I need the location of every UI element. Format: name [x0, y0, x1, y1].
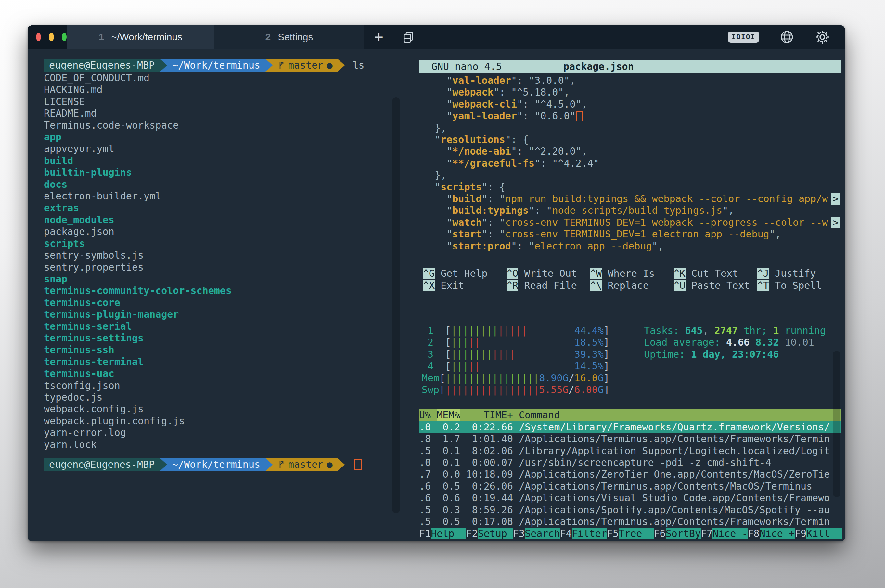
powerline-arrow [160, 59, 167, 72]
ls-entry: terminus-uac [44, 368, 402, 380]
ls-entry: extras [44, 202, 402, 214]
htop-summary-line: Uptime: 1 day, 23:07:46 [644, 349, 826, 360]
ls-entry: HACKING.md [44, 84, 402, 96]
tab-settings[interactable]: 2 Settings [214, 26, 364, 49]
shell-prompt: eugene@Eugenes-MBP~/Work/terminusmaster●… [44, 58, 402, 72]
nano-line: "*/node-abi": "^2.20.0", [423, 146, 841, 157]
gear-icon[interactable] [814, 29, 830, 45]
ls-entry: typedoc.js [44, 392, 402, 403]
htop-function-key-bar: F1Help F2Setup F3SearchF4FilterF5Tree F6… [419, 528, 841, 540]
nano-line: "**/graceful-fs": "^4.2.4" [423, 158, 841, 169]
nano-pane[interactable]: GNU nano 4.5 package.json "val-loader": … [419, 60, 841, 291]
nano-line: "watch": "cross-env TERMINUS_DEV=1 webpa… [423, 217, 841, 228]
ls-entry: yarn-error.log [44, 427, 402, 439]
nano-line: "resolutions": { [423, 134, 841, 146]
tab-label: Settings [278, 32, 313, 42]
ls-entry: terminus-settings [44, 332, 402, 344]
git-branch-icon [278, 60, 285, 70]
nano-line: "webpack": "^5.18.0", [423, 86, 841, 98]
ls-entry: snap [44, 273, 402, 285]
htop-pane[interactable]: 1 [||||||||||||| 44.4%] 2 [||||| 18.5%] … [419, 325, 841, 540]
ls-entry: terminus-plugin-manager [44, 309, 402, 320]
ls-entry: webpack.plugin.config.js [44, 415, 402, 427]
htop-meter: 4 [||||| 14.5%] [422, 360, 841, 372]
process-row: .6 0.6 0:19.44 /Applications/Visual Stud… [419, 492, 841, 504]
ls-entry: tsconfig.json [44, 380, 402, 392]
prompt-cwd-segment: ~/Work/terminus [167, 458, 266, 471]
ls-entry: sentry.properties [44, 261, 402, 273]
htop-summary-line: Tasks: 645, 2747 thr; 1 running [644, 325, 826, 336]
tab-label: ~/Work/terminus [111, 32, 183, 42]
ls-entry: docs [44, 178, 402, 190]
htop-summary-line: Load average: 4.66 8.32 10.01 [644, 336, 826, 348]
ls-entry: webpack.config.js [44, 403, 402, 415]
prompt-git-segment: master● [273, 59, 338, 72]
ls-entry: appveyor.yml [44, 143, 402, 154]
htop-process-table: U% MEM% TIME+ Command.0 0.2 0:22.66 /Sys… [419, 410, 841, 528]
process-row: .0 0.2 0:22.66 /System/Library/Framework… [419, 422, 841, 433]
process-row: .7 0.0 10:18.09 /Applications/ZeroTier O… [419, 468, 841, 480]
nano-shortcut-row: ^G Get Help^O Write Out^W Where Is^K Cut… [423, 268, 841, 279]
htop-meter: Swp[||||||||||||||||5.55G/6.00G] [422, 384, 841, 396]
shell-cursor [354, 459, 362, 470]
ls-entry: CODE_OF_CONDUCT.md [44, 72, 402, 84]
zoom-button[interactable] [62, 33, 67, 41]
ls-entry: electron-builder.yml [44, 190, 402, 202]
left-pane-scrollbar[interactable] [392, 98, 400, 513]
nano-line: }, [423, 169, 841, 181]
powerline-arrow [338, 59, 345, 72]
nano-shortcut: ^O Write Out [507, 268, 590, 279]
nano-line: "val-loader": "3.0.0", [423, 75, 841, 86]
split-pane-button[interactable] [394, 26, 424, 49]
process-row: .5 0.3 8:59.26 /Applications/Spotify.app… [419, 504, 841, 516]
process-row: .0 0.1 0:00.07 /usr/sbin/screencapture -… [419, 457, 841, 468]
process-row: .8 1.7 1:01.40 /Applications/Terminus.ap… [419, 433, 841, 445]
new-tab-button[interactable]: + [364, 26, 394, 49]
plus-icon: + [374, 29, 383, 45]
ls-entry: Terminus.code-workspace [44, 120, 402, 131]
ls-entry: terminus-terminal [44, 356, 402, 368]
ls-entry: terminus-serial [44, 321, 402, 332]
htop-summary: Tasks: 645, 2747 thr; 1 runningLoad aver… [644, 325, 826, 360]
close-button[interactable] [36, 33, 41, 41]
powerline-arrow [266, 59, 273, 72]
powerline-arrow [266, 458, 273, 471]
nano-shortcut: ^\ Replace [590, 280, 674, 291]
prompt-user-segment: eugene@Eugenes-MBP [44, 59, 160, 72]
nano-line: "webpack-cli": "^4.5.0", [423, 98, 841, 110]
panes-area: eugene@Eugenes-MBP~/Work/terminusmaster●… [28, 49, 845, 541]
tab-index: 2 [265, 32, 271, 42]
ls-entry: build [44, 155, 402, 166]
nano-line: "scripts": { [423, 181, 841, 193]
shell-prompt: eugene@Eugenes-MBP~/Work/terminusmaster● [44, 458, 402, 471]
ls-entry: scripts [44, 238, 402, 249]
ls-entry: LICENSE [44, 96, 402, 108]
window-controls [28, 26, 67, 49]
git-branch-icon [278, 460, 285, 470]
ls-entry: node_modules [44, 214, 402, 226]
prompt-user-segment: eugene@Eugenes-MBP [44, 458, 160, 471]
globe-icon[interactable] [779, 30, 794, 45]
serial-ports-icon[interactable]: IOIOI [728, 32, 759, 42]
nano-shortcut-row: ^X Exit^R Read File^\ Replace^U Paste Te… [423, 280, 841, 291]
toolbar-icons: IOIOI [728, 26, 845, 49]
git-dirty-dot: ● [327, 60, 332, 71]
shell-pane[interactable]: eugene@Eugenes-MBP~/Work/terminusmaster●… [28, 49, 406, 541]
tab-work-terminus[interactable]: 1 ~/Work/terminus [67, 26, 214, 49]
ls-output: CODE_OF_CONDUCT.mdHACKING.mdLICENSEREADM… [44, 72, 402, 451]
nano-shortcut: ^X Exit [423, 280, 507, 291]
process-row: .5 0.5 0:17.08 /Applications/Terminus.ap… [419, 516, 841, 528]
nano-line: "build": "npm run build:typings && webpa… [423, 193, 841, 205]
nano-shortcut: ^W Where Is [590, 268, 674, 279]
nano-line: "yaml-loader": "0.6.0" [423, 110, 841, 122]
nano-title-bar: GNU nano 4.5 package.json [419, 60, 841, 73]
terminal-window: 1 ~/Work/terminus 2 Settings + IOIOI [28, 26, 845, 541]
ls-entry: sentry-symbols.js [44, 249, 402, 261]
nano-line: "build:typings": "node scripts/build-typ… [423, 205, 841, 216]
powerline-arrow [160, 458, 167, 471]
ls-entry: yarn.lock [44, 439, 402, 451]
nano-shortcut: ^J Justify [758, 268, 841, 279]
right-pane-scrollbar[interactable] [833, 351, 840, 497]
minimize-button[interactable] [49, 33, 54, 41]
tabbar-spacer [424, 26, 728, 49]
